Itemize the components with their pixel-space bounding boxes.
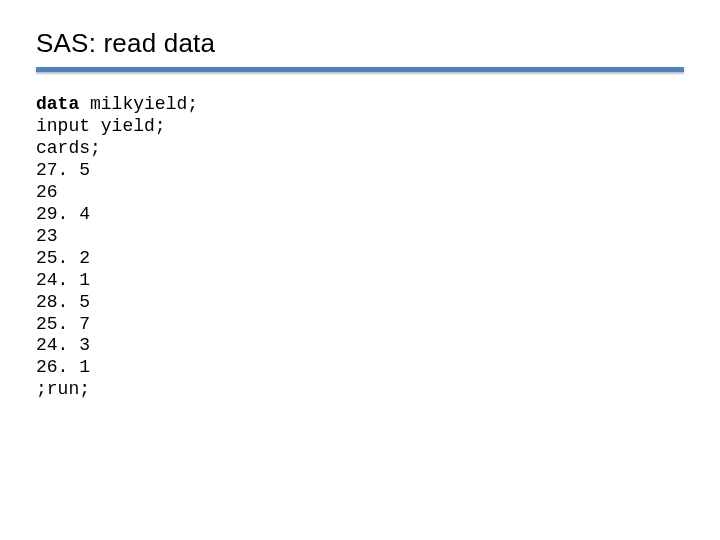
code-value-5: 24. 1 [36, 270, 90, 290]
slide: SAS: read data data milkyield; input yie… [0, 0, 720, 540]
code-value-9: 26. 1 [36, 357, 90, 377]
code-value-1: 26 [36, 182, 58, 202]
code-value-7: 25. 7 [36, 314, 90, 334]
slide-title: SAS: read data [36, 28, 684, 59]
code-line-1-rest: milkyield; [79, 94, 198, 114]
code-value-3: 23 [36, 226, 58, 246]
code-value-8: 24. 3 [36, 335, 90, 355]
title-underline [36, 67, 684, 72]
keyword-data: data [36, 94, 79, 114]
code-value-0: 27. 5 [36, 160, 90, 180]
code-line-3: cards; [36, 138, 101, 158]
code-line-2: input yield; [36, 116, 166, 136]
code-line-end: ;run; [36, 379, 90, 399]
code-value-6: 28. 5 [36, 292, 90, 312]
code-value-2: 29. 4 [36, 204, 90, 224]
code-block: data milkyield; input yield; cards; 27. … [36, 94, 684, 401]
code-value-4: 25. 2 [36, 248, 90, 268]
